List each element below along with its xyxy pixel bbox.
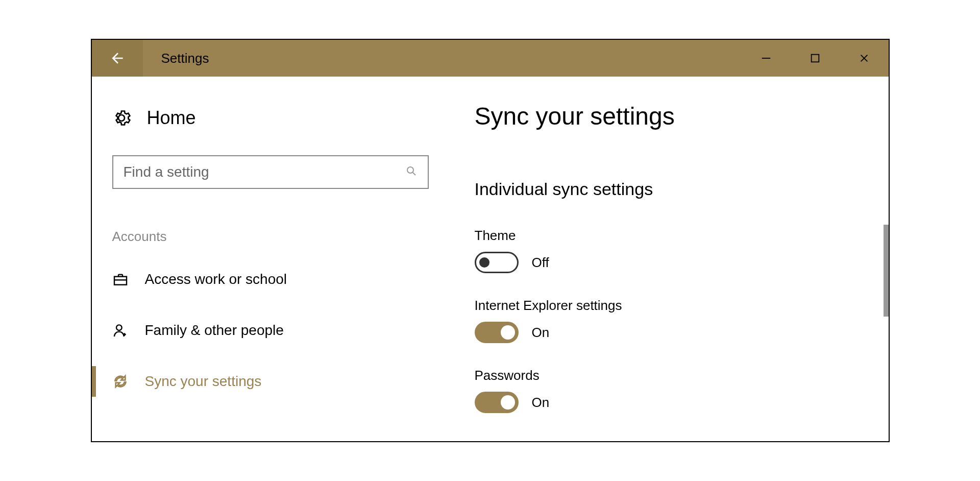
sidebar-item-label: Access work or school	[145, 271, 287, 287]
titlebar: Settings	[92, 40, 889, 77]
toggle-passwords[interactable]	[475, 392, 519, 413]
toggle-ie-settings[interactable]	[475, 322, 519, 343]
toggle-knob	[501, 395, 515, 410]
sync-icon	[112, 373, 129, 390]
sidebar: Home Accounts Access work or school	[92, 77, 449, 441]
toggle-knob	[501, 325, 515, 340]
sidebar-item-family[interactable]: Family & other people	[112, 311, 449, 350]
toggle-state: Off	[532, 255, 549, 271]
setting-label: Passwords	[475, 368, 868, 383]
sidebar-item-label: Family & other people	[145, 322, 284, 339]
toggle-theme[interactable]	[475, 252, 519, 273]
svg-rect-1	[811, 55, 819, 62]
page-title: Sync your settings	[475, 102, 868, 130]
sidebar-section-label: Accounts	[112, 229, 449, 245]
home-nav[interactable]: Home	[112, 107, 449, 129]
briefcase-icon	[112, 271, 129, 287]
maximize-icon	[810, 53, 821, 64]
svg-point-2	[407, 167, 413, 173]
main-content: Sync your settings Individual sync setti…	[449, 77, 889, 441]
back-button[interactable]	[92, 40, 143, 77]
section-heading: Individual sync settings	[475, 179, 868, 199]
minimize-icon	[761, 53, 772, 64]
minimize-button[interactable]	[742, 40, 791, 77]
window-body: Home Accounts Access work or school	[92, 77, 889, 441]
sidebar-item-access-work-school[interactable]: Access work or school	[112, 260, 449, 299]
setting-label: Theme	[475, 228, 868, 244]
toggle-row: On	[475, 392, 868, 413]
gear-icon	[112, 109, 131, 127]
home-label: Home	[147, 107, 196, 129]
sidebar-item-label: Sync your settings	[145, 373, 262, 390]
setting-theme: Theme Off	[475, 228, 868, 273]
toggle-knob	[479, 257, 489, 268]
setting-ie: Internet Explorer settings On	[475, 298, 868, 343]
scrollbar[interactable]	[884, 225, 889, 317]
setting-passwords: Passwords On	[475, 368, 868, 413]
search-box[interactable]	[112, 155, 429, 189]
search-input[interactable]	[124, 164, 405, 180]
close-icon	[859, 53, 870, 64]
svg-rect-3	[114, 277, 127, 285]
toggle-row: Off	[475, 252, 868, 273]
settings-window: Settings Home	[91, 39, 890, 442]
window-title: Settings	[161, 51, 209, 66]
close-button[interactable]	[840, 40, 889, 77]
search-icon	[405, 165, 418, 179]
toggle-row: On	[475, 322, 868, 343]
arrow-left-icon	[109, 50, 126, 66]
setting-label: Internet Explorer settings	[475, 298, 868, 314]
sidebar-item-sync-settings[interactable]: Sync your settings	[112, 362, 449, 401]
svg-point-4	[116, 325, 122, 330]
maximize-button[interactable]	[791, 40, 840, 77]
people-icon	[112, 322, 129, 339]
toggle-state: On	[532, 395, 550, 411]
toggle-state: On	[532, 325, 550, 341]
window-controls	[742, 40, 889, 77]
svg-rect-0	[762, 58, 770, 59]
